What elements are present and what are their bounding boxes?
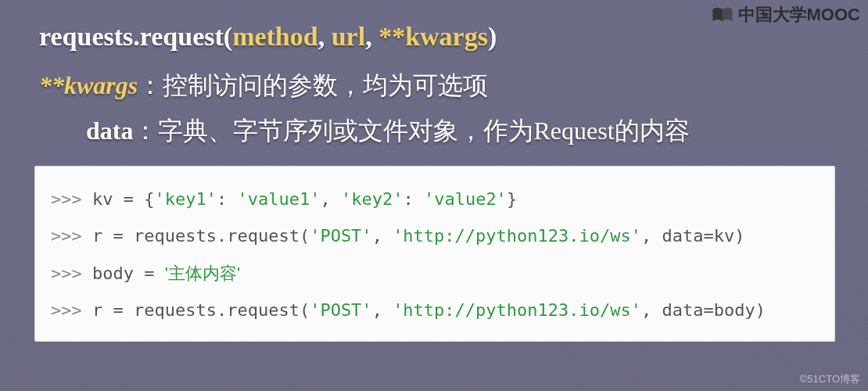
sig-sep2: ,: [365, 22, 378, 51]
watermark-top-text: 中国大学MOOC: [738, 3, 860, 27]
desc-kwargs-colon: ：: [138, 71, 163, 99]
desc-kwargs: **kwargs：控制访问的参数，均为可选项: [39, 69, 840, 103]
sig-arg-method: method: [232, 22, 318, 51]
desc-kwargs-text: 控制访问的参数，均为可选项: [163, 71, 488, 99]
watermark-top: 中国大学MOOC: [712, 3, 860, 27]
sig-suffix: ): [488, 22, 497, 51]
watermark-bottom: ©51CTO博客: [800, 372, 860, 386]
repl-prompt: >>>: [51, 264, 92, 283]
repl-prompt: >>>: [51, 226, 92, 246]
desc-kwargs-label: **kwargs: [39, 71, 138, 99]
code-line-2: >>> r = requests.request('POST', 'http:/…: [51, 217, 819, 254]
sig-prefix: requests.request(: [39, 22, 232, 51]
code-line-3: >>> body = '主体内容': [51, 255, 819, 292]
sig-arg-url: url: [332, 22, 365, 51]
desc-data: data：字典、字节序列或文件对象，作为Request的内容: [86, 114, 840, 149]
slide-content: requests.request(method, url, **kwargs) …: [0, 0, 868, 342]
repl-prompt: >>>: [51, 300, 92, 320]
code-line-1: >>> kv = {'key1': 'value1', 'key2': 'val…: [51, 181, 819, 217]
code-example: >>> kv = {'key1': 'value1', 'key2': 'val…: [34, 166, 835, 342]
desc-data-text: 字典、字节序列或文件对象，作为Request的内容: [158, 117, 689, 145]
book-icon: [712, 7, 733, 23]
repl-prompt: >>>: [51, 189, 92, 209]
sig-arg-kwargs: **kwargs: [378, 22, 488, 51]
code-line-4: >>> r = requests.request('POST', 'http:/…: [51, 292, 819, 328]
desc-data-colon: ：: [133, 117, 158, 145]
sig-sep1: ,: [318, 22, 332, 51]
desc-data-label: data: [86, 117, 133, 145]
